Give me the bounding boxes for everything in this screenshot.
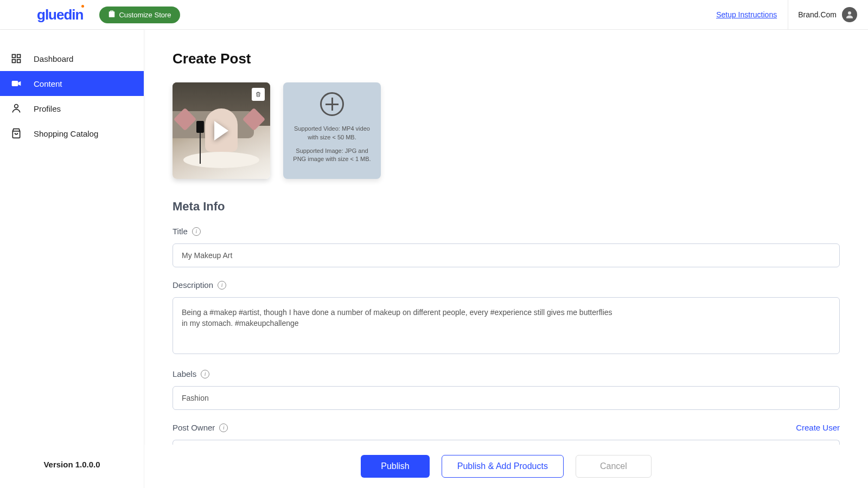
header: gluedin Customize Store Setup Instructio… bbox=[0, 0, 868, 30]
sidebar-item-content[interactable]: Content bbox=[0, 71, 144, 96]
logo-text: gluedin bbox=[37, 7, 83, 23]
labels-label-row: Labels i bbox=[173, 369, 840, 378]
cancel-button[interactable]: Cancel bbox=[576, 455, 652, 478]
description-label: Description bbox=[173, 280, 213, 290]
logo-dot-icon bbox=[81, 5, 84, 8]
meta-info-heading: Meta Info bbox=[173, 200, 840, 214]
labels-label: Labels bbox=[173, 369, 196, 378]
footer-actions: Publish Publish & Add Products Cancel bbox=[144, 445, 868, 488]
brand-name: Brand.Com bbox=[798, 10, 837, 19]
trash-icon bbox=[255, 91, 261, 98]
svg-rect-5 bbox=[12, 81, 18, 86]
video-thumbnail[interactable] bbox=[173, 82, 270, 179]
sidebar-item-label: Profiles bbox=[34, 104, 61, 113]
avatar-icon bbox=[842, 7, 857, 22]
person-icon bbox=[11, 103, 22, 114]
info-icon[interactable]: i bbox=[219, 423, 228, 432]
shopify-bag-icon bbox=[108, 10, 116, 20]
create-user-link[interactable]: Create User bbox=[796, 423, 840, 432]
publish-button[interactable]: Publish bbox=[361, 455, 429, 478]
main-content: Create Post Supported Video: MP4 video w… bbox=[144, 30, 868, 488]
description-label-row: Description i bbox=[173, 280, 840, 290]
sidebar-nav: Dashboard Content Profiles Shopping Cata… bbox=[0, 46, 144, 146]
upload-media-box[interactable]: Supported Video: MP4 video with size < 5… bbox=[283, 82, 381, 179]
svg-rect-4 bbox=[17, 60, 21, 63]
plus-circle-icon bbox=[320, 92, 344, 116]
sidebar-item-label: Content bbox=[34, 79, 62, 88]
sidebar-item-profiles[interactable]: Profiles bbox=[0, 96, 144, 121]
version-label: Version 1.0.0.0 bbox=[0, 460, 144, 488]
svg-rect-3 bbox=[12, 60, 16, 63]
delete-media-button[interactable] bbox=[252, 88, 265, 101]
sidebar: Dashboard Content Profiles Shopping Cata… bbox=[0, 30, 144, 488]
dashboard-icon bbox=[11, 53, 22, 64]
header-right: Setup Instructions Brand.Com bbox=[716, 0, 857, 30]
page-title: Create Post bbox=[173, 50, 840, 67]
sidebar-item-label: Shopping Catalog bbox=[34, 129, 98, 138]
svg-point-6 bbox=[15, 105, 18, 108]
title-label-row: Title i bbox=[173, 227, 840, 236]
shopping-bag-icon bbox=[11, 128, 22, 139]
customize-store-label: Customize Store bbox=[119, 11, 171, 19]
play-icon bbox=[214, 121, 228, 140]
brand-account[interactable]: Brand.Com bbox=[788, 0, 857, 30]
customize-store-button[interactable]: Customize Store bbox=[99, 7, 180, 23]
post-owner-label: Post Owner bbox=[173, 423, 215, 432]
title-input[interactable] bbox=[173, 243, 840, 267]
svg-rect-2 bbox=[17, 55, 21, 58]
upload-video-hint: Supported Video: MP4 video with size < 5… bbox=[291, 125, 373, 142]
setup-instructions-link[interactable]: Setup Instructions bbox=[716, 10, 777, 19]
sidebar-item-label: Dashboard bbox=[34, 54, 73, 63]
header-left: gluedin Customize Store bbox=[37, 7, 180, 23]
post-owner-label-row: Post Owner i Create User bbox=[173, 423, 840, 432]
post-owner-label-group: Post Owner i bbox=[173, 423, 228, 432]
upload-image-hint: Supported Image: JPG and PNG image with … bbox=[291, 147, 373, 164]
logo[interactable]: gluedin bbox=[37, 7, 83, 23]
sidebar-item-dashboard[interactable]: Dashboard bbox=[0, 46, 144, 71]
info-icon[interactable]: i bbox=[192, 227, 201, 236]
media-row: Supported Video: MP4 video with size < 5… bbox=[173, 82, 840, 179]
video-icon bbox=[11, 78, 22, 89]
svg-rect-1 bbox=[12, 55, 16, 58]
title-label: Title bbox=[173, 227, 188, 236]
info-icon[interactable]: i bbox=[218, 281, 226, 290]
sidebar-item-shopping-catalog[interactable]: Shopping Catalog bbox=[0, 121, 144, 146]
publish-add-products-button[interactable]: Publish & Add Products bbox=[442, 455, 564, 478]
description-input[interactable] bbox=[173, 297, 840, 354]
labels-input[interactable] bbox=[173, 386, 840, 410]
info-icon[interactable]: i bbox=[201, 370, 209, 378]
svg-point-0 bbox=[848, 11, 851, 15]
